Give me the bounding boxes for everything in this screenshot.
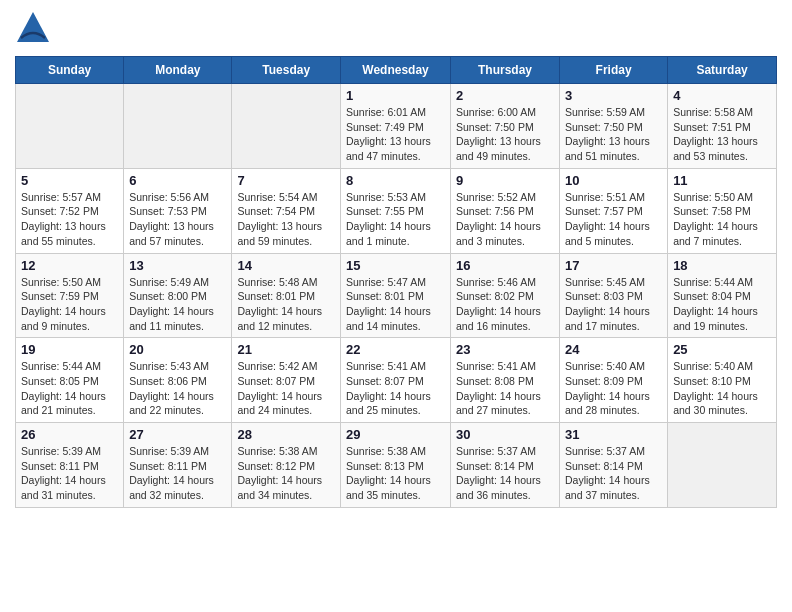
day-number: 9 [456,173,554,188]
day-info: Sunrise: 5:40 AMSunset: 8:10 PMDaylight:… [673,359,771,418]
calendar-day-cell: 22Sunrise: 5:41 AMSunset: 8:07 PMDayligh… [341,338,451,423]
calendar-day-cell: 14Sunrise: 5:48 AMSunset: 8:01 PMDayligh… [232,253,341,338]
day-number: 2 [456,88,554,103]
calendar-day-cell: 1Sunrise: 6:01 AMSunset: 7:49 PMDaylight… [341,84,451,169]
calendar-day-cell [16,84,124,169]
calendar-day-cell: 9Sunrise: 5:52 AMSunset: 7:56 PMDaylight… [451,168,560,253]
calendar-day-cell: 3Sunrise: 5:59 AMSunset: 7:50 PMDaylight… [560,84,668,169]
day-info: Sunrise: 5:43 AMSunset: 8:06 PMDaylight:… [129,359,226,418]
day-info: Sunrise: 5:56 AMSunset: 7:53 PMDaylight:… [129,190,226,249]
calendar-day-cell [232,84,341,169]
logo [15,10,55,46]
day-info: Sunrise: 5:41 AMSunset: 8:08 PMDaylight:… [456,359,554,418]
day-number: 14 [237,258,335,273]
day-number: 8 [346,173,445,188]
page: SundayMondayTuesdayWednesdayThursdayFrid… [0,0,792,523]
day-number: 21 [237,342,335,357]
calendar-header-cell: Saturday [668,57,777,84]
calendar-day-cell: 10Sunrise: 5:51 AMSunset: 7:57 PMDayligh… [560,168,668,253]
calendar-day-cell [124,84,232,169]
day-number: 5 [21,173,118,188]
header [15,10,777,46]
calendar-header-cell: Friday [560,57,668,84]
day-info: Sunrise: 5:49 AMSunset: 8:00 PMDaylight:… [129,275,226,334]
calendar-day-cell: 24Sunrise: 5:40 AMSunset: 8:09 PMDayligh… [560,338,668,423]
day-info: Sunrise: 5:59 AMSunset: 7:50 PMDaylight:… [565,105,662,164]
calendar-week-row: 5Sunrise: 5:57 AMSunset: 7:52 PMDaylight… [16,168,777,253]
calendar-day-cell: 26Sunrise: 5:39 AMSunset: 8:11 PMDayligh… [16,423,124,508]
day-number: 16 [456,258,554,273]
calendar-day-cell: 28Sunrise: 5:38 AMSunset: 8:12 PMDayligh… [232,423,341,508]
day-number: 29 [346,427,445,442]
calendar-header-cell: Thursday [451,57,560,84]
day-number: 12 [21,258,118,273]
day-info: Sunrise: 5:50 AMSunset: 7:59 PMDaylight:… [21,275,118,334]
day-number: 13 [129,258,226,273]
day-number: 30 [456,427,554,442]
day-info: Sunrise: 5:54 AMSunset: 7:54 PMDaylight:… [237,190,335,249]
calendar-day-cell: 20Sunrise: 5:43 AMSunset: 8:06 PMDayligh… [124,338,232,423]
calendar-day-cell: 25Sunrise: 5:40 AMSunset: 8:10 PMDayligh… [668,338,777,423]
day-info: Sunrise: 5:50 AMSunset: 7:58 PMDaylight:… [673,190,771,249]
day-info: Sunrise: 5:42 AMSunset: 8:07 PMDaylight:… [237,359,335,418]
day-info: Sunrise: 6:00 AMSunset: 7:50 PMDaylight:… [456,105,554,164]
calendar-header-cell: Wednesday [341,57,451,84]
calendar-day-cell: 31Sunrise: 5:37 AMSunset: 8:14 PMDayligh… [560,423,668,508]
calendar-day-cell: 13Sunrise: 5:49 AMSunset: 8:00 PMDayligh… [124,253,232,338]
day-number: 22 [346,342,445,357]
calendar-day-cell: 8Sunrise: 5:53 AMSunset: 7:55 PMDaylight… [341,168,451,253]
day-info: Sunrise: 6:01 AMSunset: 7:49 PMDaylight:… [346,105,445,164]
day-info: Sunrise: 5:58 AMSunset: 7:51 PMDaylight:… [673,105,771,164]
logo-icon [15,10,51,46]
day-info: Sunrise: 5:44 AMSunset: 8:04 PMDaylight:… [673,275,771,334]
day-info: Sunrise: 5:51 AMSunset: 7:57 PMDaylight:… [565,190,662,249]
day-number: 27 [129,427,226,442]
day-info: Sunrise: 5:40 AMSunset: 8:09 PMDaylight:… [565,359,662,418]
day-info: Sunrise: 5:45 AMSunset: 8:03 PMDaylight:… [565,275,662,334]
day-info: Sunrise: 5:52 AMSunset: 7:56 PMDaylight:… [456,190,554,249]
calendar-day-cell: 27Sunrise: 5:39 AMSunset: 8:11 PMDayligh… [124,423,232,508]
calendar-day-cell: 11Sunrise: 5:50 AMSunset: 7:58 PMDayligh… [668,168,777,253]
calendar-day-cell: 7Sunrise: 5:54 AMSunset: 7:54 PMDaylight… [232,168,341,253]
calendar-header: SundayMondayTuesdayWednesdayThursdayFrid… [16,57,777,84]
calendar-week-row: 1Sunrise: 6:01 AMSunset: 7:49 PMDaylight… [16,84,777,169]
calendar-day-cell: 15Sunrise: 5:47 AMSunset: 8:01 PMDayligh… [341,253,451,338]
day-number: 6 [129,173,226,188]
calendar-day-cell: 30Sunrise: 5:37 AMSunset: 8:14 PMDayligh… [451,423,560,508]
day-number: 3 [565,88,662,103]
calendar-week-row: 19Sunrise: 5:44 AMSunset: 8:05 PMDayligh… [16,338,777,423]
day-info: Sunrise: 5:37 AMSunset: 8:14 PMDaylight:… [456,444,554,503]
day-number: 25 [673,342,771,357]
calendar-week-row: 12Sunrise: 5:50 AMSunset: 7:59 PMDayligh… [16,253,777,338]
day-info: Sunrise: 5:57 AMSunset: 7:52 PMDaylight:… [21,190,118,249]
calendar-week-row: 26Sunrise: 5:39 AMSunset: 8:11 PMDayligh… [16,423,777,508]
day-info: Sunrise: 5:41 AMSunset: 8:07 PMDaylight:… [346,359,445,418]
day-number: 10 [565,173,662,188]
day-info: Sunrise: 5:38 AMSunset: 8:13 PMDaylight:… [346,444,445,503]
calendar-day-cell: 2Sunrise: 6:00 AMSunset: 7:50 PMDaylight… [451,84,560,169]
day-number: 28 [237,427,335,442]
calendar-day-cell: 17Sunrise: 5:45 AMSunset: 8:03 PMDayligh… [560,253,668,338]
day-number: 19 [21,342,118,357]
day-number: 31 [565,427,662,442]
day-number: 20 [129,342,226,357]
day-info: Sunrise: 5:39 AMSunset: 8:11 PMDaylight:… [21,444,118,503]
day-info: Sunrise: 5:37 AMSunset: 8:14 PMDaylight:… [565,444,662,503]
calendar-day-cell: 21Sunrise: 5:42 AMSunset: 8:07 PMDayligh… [232,338,341,423]
day-number: 4 [673,88,771,103]
day-number: 23 [456,342,554,357]
calendar-header-cell: Tuesday [232,57,341,84]
day-number: 7 [237,173,335,188]
calendar-header-row: SundayMondayTuesdayWednesdayThursdayFrid… [16,57,777,84]
calendar-table: SundayMondayTuesdayWednesdayThursdayFrid… [15,56,777,508]
day-number: 1 [346,88,445,103]
calendar-day-cell: 4Sunrise: 5:58 AMSunset: 7:51 PMDaylight… [668,84,777,169]
day-info: Sunrise: 5:46 AMSunset: 8:02 PMDaylight:… [456,275,554,334]
day-info: Sunrise: 5:39 AMSunset: 8:11 PMDaylight:… [129,444,226,503]
calendar-day-cell [668,423,777,508]
calendar-day-cell: 12Sunrise: 5:50 AMSunset: 7:59 PMDayligh… [16,253,124,338]
day-number: 18 [673,258,771,273]
day-info: Sunrise: 5:47 AMSunset: 8:01 PMDaylight:… [346,275,445,334]
calendar-day-cell: 19Sunrise: 5:44 AMSunset: 8:05 PMDayligh… [16,338,124,423]
calendar-day-cell: 18Sunrise: 5:44 AMSunset: 8:04 PMDayligh… [668,253,777,338]
